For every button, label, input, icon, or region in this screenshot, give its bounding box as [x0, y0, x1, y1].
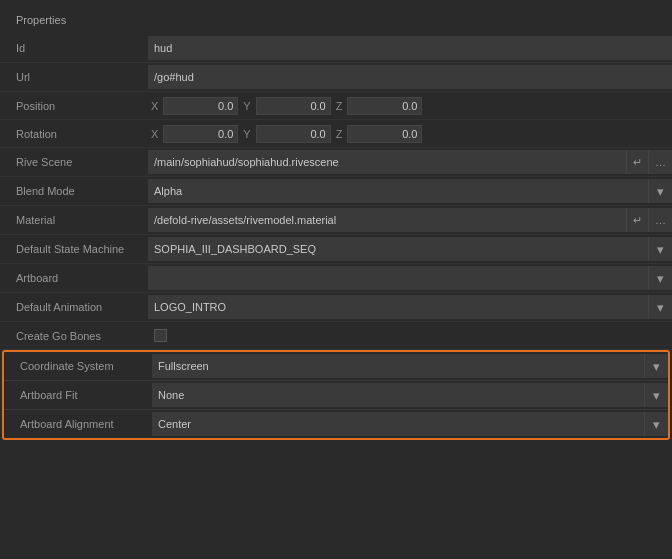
prop-row-blend-mode: Blend Mode Alpha ▾ — [0, 177, 672, 206]
rive-scene-field: ↵ … — [148, 150, 672, 174]
x-label-rot: X — [148, 128, 161, 140]
artboard-dropdown-button[interactable]: ▾ — [648, 266, 672, 290]
properties-panel: Properties Id Url Position X Y Z Rotatio… — [0, 0, 672, 559]
rive-scene-menu-button[interactable]: … — [648, 150, 672, 174]
material-input[interactable] — [148, 208, 626, 232]
artboard-value — [148, 266, 648, 290]
id-field — [148, 36, 672, 60]
rotation-xyz: X Y Z — [148, 125, 672, 143]
material-field: ↵ … — [148, 208, 672, 232]
label-url: Url — [0, 71, 148, 83]
artboard-alignment-dropdown-button[interactable]: ▾ — [644, 412, 668, 436]
label-rotation: Rotation — [0, 128, 148, 140]
label-blend-mode: Blend Mode — [0, 185, 148, 197]
create-go-bones-checkbox[interactable] — [154, 329, 167, 342]
blend-mode-field: Alpha ▾ — [148, 179, 672, 203]
y-label-rot: Y — [240, 128, 253, 140]
material-menu-button[interactable]: … — [648, 208, 672, 232]
label-default-animation: Default Animation — [0, 301, 148, 313]
default-animation-field: LOGO_INTRO ▾ — [148, 295, 672, 319]
prop-row-position: Position X Y Z — [0, 92, 672, 120]
rotation-x-input[interactable] — [163, 125, 238, 143]
default-animation-value: LOGO_INTRO — [148, 295, 648, 319]
prop-row-rive-scene: Rive Scene ↵ … — [0, 148, 672, 177]
coordinate-system-dropdown-button[interactable]: ▾ — [644, 354, 668, 378]
position-y-input[interactable] — [256, 97, 331, 115]
state-machine-dropdown-button[interactable]: ▾ — [648, 237, 672, 261]
prop-row-artboard: Artboard ▾ — [0, 264, 672, 293]
prop-row-url: Url — [0, 63, 672, 92]
label-rive-scene: Rive Scene — [0, 156, 148, 168]
coordinate-system-field: Fullscreen ▾ — [152, 354, 668, 378]
prop-row-rotation: Rotation X Y Z — [0, 120, 672, 148]
artboard-fit-value: None — [152, 383, 644, 407]
prop-row-artboard-alignment: Artboard Alignment Center ▾ — [4, 410, 668, 438]
z-label-pos: Z — [333, 100, 346, 112]
default-animation-dropdown-button[interactable]: ▾ — [648, 295, 672, 319]
label-artboard-alignment: Artboard Alignment — [4, 418, 152, 430]
prop-row-default-state-machine: Default State Machine SOPHIA_III_DASHBOA… — [0, 235, 672, 264]
prop-row-material: Material ↵ … — [0, 206, 672, 235]
label-artboard-fit: Artboard Fit — [4, 389, 152, 401]
position-x-input[interactable] — [163, 97, 238, 115]
rotation-y-input[interactable] — [256, 125, 331, 143]
prop-row-default-animation: Default Animation LOGO_INTRO ▾ — [0, 293, 672, 322]
material-goto-button[interactable]: ↵ — [626, 208, 648, 232]
label-artboard: Artboard — [0, 272, 148, 284]
panel-title: Properties — [0, 10, 672, 34]
y-label-pos: Y — [240, 100, 253, 112]
id-input[interactable] — [148, 36, 672, 60]
position-xyz: X Y Z — [148, 97, 672, 115]
z-label-rot: Z — [333, 128, 346, 140]
rotation-z-input[interactable] — [347, 125, 422, 143]
state-machine-field: SOPHIA_III_DASHBOARD_SEQ ▾ — [148, 237, 672, 261]
label-id: Id — [0, 42, 148, 54]
artboard-fit-field: None ▾ — [152, 383, 668, 407]
position-z-input[interactable] — [347, 97, 422, 115]
url-field — [148, 65, 672, 89]
blend-mode-value: Alpha — [148, 179, 648, 203]
x-label-pos: X — [148, 100, 161, 112]
label-create-go-bones: Create Go Bones — [0, 330, 148, 342]
state-machine-value: SOPHIA_III_DASHBOARD_SEQ — [148, 237, 648, 261]
artboard-alignment-field: Center ▾ — [152, 412, 668, 436]
label-default-state-machine: Default State Machine — [0, 243, 148, 255]
artboard-alignment-value: Center — [152, 412, 644, 436]
rive-scene-goto-button[interactable]: ↵ — [626, 150, 648, 174]
artboard-field: ▾ — [148, 266, 672, 290]
prop-row-id: Id — [0, 34, 672, 63]
highlighted-section: Coordinate System Fullscreen ▾ Artboard … — [2, 350, 670, 440]
label-material: Material — [0, 214, 148, 226]
artboard-fit-dropdown-button[interactable]: ▾ — [644, 383, 668, 407]
create-go-bones-field — [148, 329, 672, 342]
blend-mode-dropdown-button[interactable]: ▾ — [648, 179, 672, 203]
label-position: Position — [0, 100, 148, 112]
label-coordinate-system: Coordinate System — [4, 360, 152, 372]
prop-row-artboard-fit: Artboard Fit None ▾ — [4, 381, 668, 410]
prop-row-create-go-bones: Create Go Bones — [0, 322, 672, 350]
prop-row-coordinate-system: Coordinate System Fullscreen ▾ — [4, 352, 668, 381]
url-input[interactable] — [148, 65, 672, 89]
coordinate-system-value: Fullscreen — [152, 354, 644, 378]
rive-scene-input[interactable] — [148, 150, 626, 174]
